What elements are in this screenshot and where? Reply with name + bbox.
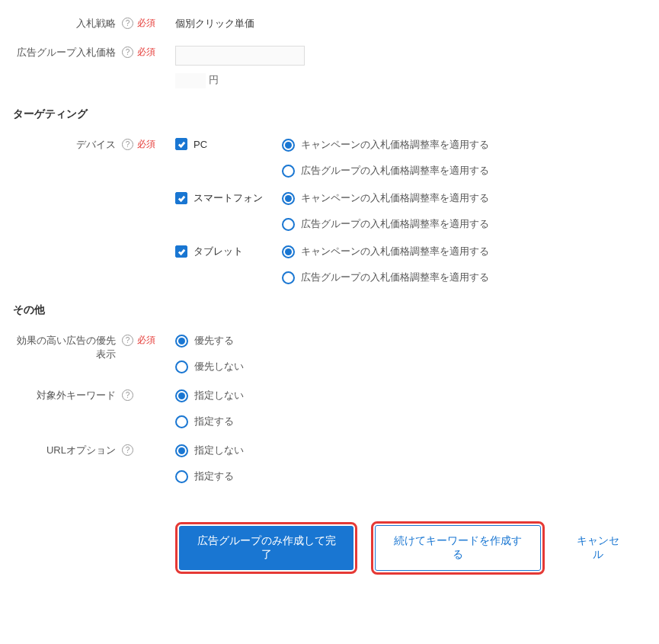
priority-ad-radio-no[interactable] — [175, 360, 188, 373]
priority-ad-radio-yes[interactable] — [175, 335, 188, 348]
required-badge: 必須 — [137, 46, 155, 57]
device-pc-checkbox[interactable] — [175, 138, 187, 150]
url-option-label: URLオプション — [11, 442, 122, 457]
required-badge: 必須 — [137, 18, 155, 28]
radio-label: 広告グループの入札価格調整率を適用する — [301, 164, 489, 178]
device-sp-radio-adgroup[interactable] — [282, 218, 295, 231]
url-option-row: URLオプション ? 指定しない 指定する — [11, 442, 648, 483]
continue-create-keyword-button[interactable]: 続けてキーワードを作成する — [375, 525, 540, 571]
negative-keyword-label: 対象外キーワード — [11, 387, 122, 402]
help-icon[interactable]: ? — [122, 389, 133, 401]
radio-label: 指定しない — [194, 444, 244, 457]
device-sp: スマートフォン キャンペーンの入札価格調整率を適用する 広告グループの入札価格調… — [175, 191, 648, 231]
device-row: デバイス ? 必須 PC キャンペーンの入札価格調整率を適用する 広告グループの… — [11, 136, 648, 284]
priority-ad-label: 効果の高い広告の優先表示 — [11, 332, 122, 361]
help-icon[interactable]: ? — [122, 444, 133, 456]
device-pc-radio-adgroup[interactable] — [282, 165, 295, 178]
bid-strategy-value: 個別クリック単価 — [171, 15, 648, 30]
device-tablet-checkbox[interactable] — [175, 245, 187, 258]
adgroup-bid-row: 広告グループ入札価格 ? 必須 円 — [11, 44, 648, 88]
radio-label: キャンペーンの入札価格調整率を適用する — [301, 191, 489, 205]
other-title: その他 — [13, 303, 648, 317]
device-pc-label: PC — [194, 139, 207, 150]
help-icon[interactable]: ? — [122, 18, 133, 29]
radio-label: 広告グループの入札価格調整率を適用する — [301, 217, 489, 231]
button-row: 広告グループのみ作成して完了 続けてキーワードを作成する キャンセル — [11, 521, 648, 575]
negative-keyword-row: 対象外キーワード ? 指定しない 指定する — [11, 387, 648, 428]
priority-ad-row: 効果の高い広告の優先表示 ? 必須 優先する 優先しない — [11, 332, 648, 373]
cancel-button[interactable]: キャンセル — [558, 526, 648, 570]
required-badge: 必須 — [137, 139, 155, 149]
device-sp-label: スマートフォン — [194, 191, 263, 205]
negative-keyword-radio-yes[interactable] — [175, 415, 188, 428]
url-option-radio-no[interactable] — [175, 444, 188, 457]
highlight-box: 広告グループのみ作成して完了 — [175, 522, 357, 574]
create-adgroup-button[interactable]: 広告グループのみ作成して完了 — [179, 526, 353, 570]
device-tablet-radio-adgroup[interactable] — [282, 271, 295, 284]
radio-label: 優先しない — [194, 360, 244, 373]
currency-placeholder — [175, 73, 206, 88]
radio-label: 指定しない — [194, 389, 244, 402]
help-icon[interactable]: ? — [122, 139, 133, 150]
help-icon[interactable]: ? — [122, 335, 133, 346]
radio-label: 指定する — [194, 415, 234, 428]
radio-label: 広告グループの入札価格調整率を適用する — [301, 271, 489, 284]
targeting-title: ターゲティング — [13, 107, 648, 121]
required-badge: 必須 — [137, 335, 155, 345]
radio-label: 優先する — [194, 334, 234, 348]
device-sp-radio-campaign[interactable] — [282, 192, 295, 205]
bid-strategy-label: 入札戦略 — [11, 15, 122, 30]
bid-strategy-row: 入札戦略 ? 必須 個別クリック単価 — [11, 15, 648, 30]
negative-keyword-radio-no[interactable] — [175, 389, 188, 402]
highlight-box: 続けてキーワードを作成する — [371, 521, 544, 575]
device-pc-radio-campaign[interactable] — [282, 139, 295, 152]
device-tablet: タブレット キャンペーンの入札価格調整率を適用する 広告グループの入札価格調整率… — [175, 245, 648, 284]
device-label: デバイス — [11, 136, 122, 152]
radio-label: 指定する — [194, 469, 234, 483]
device-pc: PC キャンペーンの入札価格調整率を適用する 広告グループの入札価格調整率を適用… — [175, 138, 648, 178]
help-icon[interactable]: ? — [122, 46, 133, 58]
device-tablet-radio-campaign[interactable] — [282, 245, 295, 258]
radio-label: キャンペーンの入札価格調整率を適用する — [301, 245, 489, 258]
currency-label: 円 — [209, 75, 219, 86]
radio-label: キャンペーンの入札価格調整率を適用する — [301, 138, 489, 152]
device-tablet-label: タブレット — [194, 245, 243, 258]
url-option-radio-yes[interactable] — [175, 470, 188, 483]
adgroup-bid-input[interactable] — [175, 46, 305, 66]
adgroup-bid-label: 広告グループ入札価格 — [11, 44, 122, 59]
device-sp-checkbox[interactable] — [175, 192, 187, 204]
